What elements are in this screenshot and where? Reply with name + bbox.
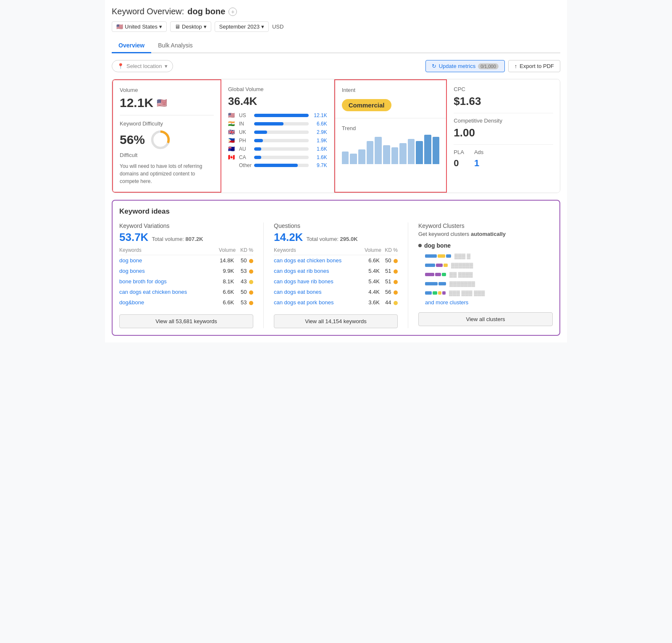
keyword-volume: 9.9K — [212, 266, 236, 276]
keyword-link[interactable]: can dogs eat bones — [274, 287, 360, 297]
cpc-density-card: CPC $1.63 Competitive Density 1.00 PLA 0… — [447, 79, 560, 193]
cluster-main-keyword: dog bone — [418, 242, 553, 249]
variations-column: Keyword Variations 53.7K Total volume: 8… — [119, 222, 264, 328]
keyword-kd: 56 — [381, 287, 398, 297]
table-row: can dogs eat pork bones 3.6K 44 — [274, 297, 398, 308]
table-row: can dogs eat bones 4.4K 56 — [274, 287, 398, 297]
more-clusters-link[interactable]: and more clusters — [425, 299, 553, 306]
keyword-kd: 50 — [236, 255, 253, 266]
keyword-link[interactable]: dog bone — [119, 255, 212, 266]
keyword-link[interactable]: bone broth for dogs — [119, 276, 212, 287]
keyword-link[interactable]: can dogs have rib bones — [274, 276, 360, 287]
update-metrics-button[interactable]: ↻ Update metrics 0/1,000 — [425, 60, 505, 72]
trend-bar — [350, 154, 357, 164]
variations-col-volume: Volume — [212, 246, 236, 255]
questions-title: Questions — [274, 222, 398, 229]
global-volume-card: Global Volume 36.4K 🇺🇸US12.1K🇮🇳IN6.6K🇬🇧U… — [221, 79, 334, 193]
country-row: 🇨🇦CA1.6K — [228, 154, 327, 160]
keyword-volume: 6.6K — [212, 287, 236, 297]
clusters-title: Keyword Clusters — [418, 222, 553, 229]
keyword-volume: 6.6K — [212, 297, 236, 308]
kd-value: 56% — [120, 133, 145, 147]
variations-col-kd: KD % — [236, 246, 253, 255]
intent-label: Intent — [342, 87, 440, 93]
keyword-kd: 50 — [381, 255, 398, 266]
page-title-prefix: Keyword Overview: — [112, 7, 184, 16]
list-item: ▓▓▓ ▓ — [418, 253, 553, 259]
country-flag: 🇺🇸 — [116, 24, 123, 30]
export-icon: ↑ — [514, 63, 517, 69]
keyword-ideas-title: Keyword ideas — [119, 207, 553, 216]
trend-bar — [399, 143, 407, 164]
view-all-clusters-button[interactable]: View all clusters — [418, 312, 553, 326]
cpc-label: CPC — [454, 86, 553, 92]
location-selector[interactable]: 📍 Select location ▾ — [112, 60, 173, 72]
country-filter[interactable]: 🇺🇸 United States ▾ — [112, 21, 167, 32]
view-all-variations-button[interactable]: View all 53,681 keywords — [119, 314, 253, 328]
variations-table: Keywords Volume KD % dog bone 14.8K 50 d… — [119, 246, 253, 308]
keyword-title: dog bone — [187, 7, 225, 16]
keyword-volume: 3.6K — [360, 297, 381, 308]
table-row: dog bones 9.9K 53 — [119, 266, 253, 276]
keyword-kd: 50 — [236, 287, 253, 297]
export-label: Export to PDF — [520, 63, 554, 69]
questions-count: 14.2K — [274, 231, 303, 244]
keyword-link[interactable]: can dogs eat pork bones — [274, 297, 360, 308]
trend-bar — [375, 137, 382, 164]
tab-bar: Overview Bulk Analysis — [112, 39, 560, 53]
add-keyword-icon[interactable]: + — [228, 8, 237, 16]
country-row: Other9.7K — [228, 162, 327, 168]
table-row: can dogs have rib bones 5.4K 51 — [274, 276, 398, 287]
keyword-link[interactable]: can dogs eat chicken bones — [119, 287, 212, 297]
keyword-volume: 14.8K — [212, 255, 236, 266]
location-chevron-icon: ▾ — [165, 63, 168, 69]
keyword-kd: 53 — [236, 266, 253, 276]
keyword-kd: 44 — [381, 297, 398, 308]
trend-bar — [408, 139, 415, 164]
trend-label: Trend — [342, 125, 440, 131]
table-row: can dogs eat chicken bones 6.6K 50 — [119, 287, 253, 297]
questions-col-volume: Volume — [360, 246, 381, 255]
device-filter[interactable]: 🖥 Desktop ▾ — [170, 21, 211, 32]
date-filter[interactable]: September 2023 ▾ — [215, 21, 269, 32]
keyword-kd: 53 — [236, 297, 253, 308]
trend-bar — [416, 141, 423, 164]
keyword-link[interactable]: dog&bone — [119, 297, 212, 308]
list-item: ▓▓ ▓▓▓▓ — [418, 272, 553, 277]
questions-total: Total volume: 295.0K — [306, 236, 357, 242]
list-item: ▓▓▓▓▓▓ — [418, 262, 553, 268]
list-item: ▓▓▓▓▓▓▓ — [418, 281, 553, 287]
device-chevron-icon: ▾ — [204, 24, 207, 30]
trend-bar — [358, 149, 365, 164]
table-row: dog&bone 6.6K 53 — [119, 297, 253, 308]
location-pin-icon: 📍 — [117, 63, 124, 69]
device-icon: 🖥 — [175, 24, 180, 30]
country-label: United States — [125, 24, 158, 30]
keyword-volume: 6.6K — [360, 255, 381, 266]
clusters-desc: Get keyword clusters automatically — [418, 231, 553, 237]
country-row: 🇺🇸US12.1K — [228, 112, 327, 118]
questions-column: Questions 14.2K Total volume: 295.0K Key… — [264, 222, 408, 328]
country-chevron-icon: ▾ — [159, 24, 162, 30]
keyword-link[interactable]: can dogs eat chicken bones — [274, 255, 360, 266]
country-row: 🇮🇳IN6.6K — [228, 120, 327, 127]
trend-bar — [391, 147, 399, 164]
intent-badge: Commercial — [342, 99, 391, 111]
ads-label: Ads — [474, 149, 483, 155]
view-all-questions-button[interactable]: View all 14,154 keywords — [274, 314, 398, 328]
keyword-link[interactable]: can dogs eat rib bones — [274, 266, 360, 276]
keyword-link[interactable]: dog bones — [119, 266, 212, 276]
cpc-value: $1.63 — [454, 95, 553, 108]
questions-table: Keywords Volume KD % can dogs eat chicke… — [274, 246, 398, 308]
competitive-density-value: 1.00 — [454, 126, 553, 139]
keyword-volume: 8.1K — [212, 276, 236, 287]
keyword-kd: 51 — [381, 276, 398, 287]
tab-overview[interactable]: Overview — [112, 39, 151, 53]
variations-count: 53.7K — [119, 231, 148, 244]
tab-bulk-analysis[interactable]: Bulk Analysis — [151, 39, 199, 53]
ads-value: 1 — [474, 158, 483, 169]
table-row: can dogs eat rib bones 5.4K 51 — [274, 266, 398, 276]
table-row: bone broth for dogs 8.1K 43 — [119, 276, 253, 287]
variations-title: Keyword Variations — [119, 222, 253, 229]
export-pdf-button[interactable]: ↑ Export to PDF — [508, 60, 560, 72]
